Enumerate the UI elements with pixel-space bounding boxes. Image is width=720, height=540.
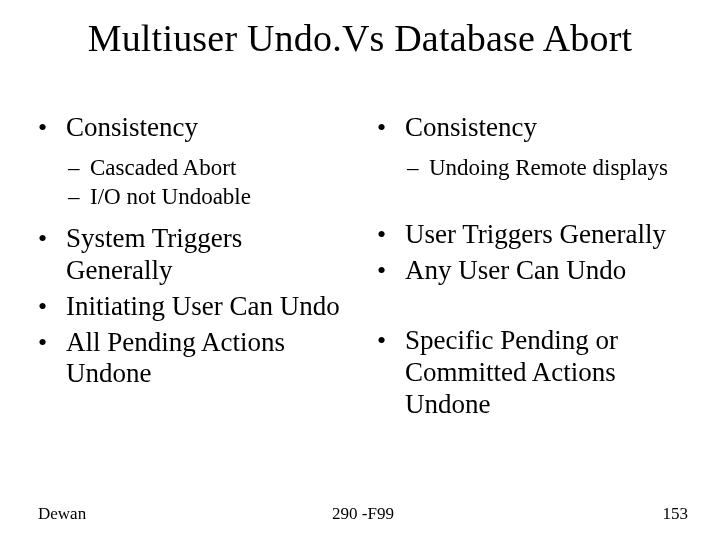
list-item: • All Pending Actions Undone [38,327,355,391]
bullet-text: All Pending Actions Undone [66,327,355,391]
list-item: • Consistency [377,112,694,144]
bullet-icon: • [377,112,405,144]
bullet-text: Consistency [405,112,694,144]
bullet-icon: • [377,325,405,357]
footer-page: 153 [663,504,689,524]
list-item: – I/O not Undoable [68,183,355,211]
bullet-text: Any User Can Undo [405,255,694,287]
bullet-icon: • [377,219,405,251]
bullet-icon: • [38,112,66,144]
list-item: • User Triggers Generally [377,219,694,251]
list-item: • Specific Pending or Committed Actions … [377,325,694,421]
bullet-text: I/O not Undoable [90,183,355,211]
bullet-text: User Triggers Generally [405,219,694,251]
bullet-icon: • [38,223,66,255]
footer: Dewan 290 -F99 153 [38,504,688,524]
bullet-icon: • [38,327,66,359]
list-item: • System Triggers Generally [38,223,355,287]
bullet-text: System Triggers Generally [66,223,355,287]
slide-title: Multiuser Undo.Vs Database Abort [0,16,720,60]
footer-author: Dewan [38,504,86,524]
bullet-text: Cascaded Abort [90,154,355,182]
left-column: • Consistency – Cascaded Abort – I/O not… [38,112,355,425]
slide: Multiuser Undo.Vs Database Abort • Consi… [0,0,720,540]
dash-icon: – [68,183,90,211]
dash-icon: – [407,154,429,182]
list-item: • Consistency [38,112,355,144]
columns: • Consistency – Cascaded Abort – I/O not… [38,112,694,425]
bullet-text: Consistency [66,112,355,144]
list-item: • Initiating User Can Undo [38,291,355,323]
bullet-icon: • [377,255,405,287]
dash-icon: – [68,154,90,182]
right-column: • Consistency – Undoing Remote displays … [377,112,694,425]
footer-course: 290 -F99 [38,504,688,524]
list-item: – Undoing Remote displays [407,154,694,182]
list-item: – Cascaded Abort [68,154,355,182]
bullet-text: Undoing Remote displays [429,154,694,182]
bullet-icon: • [38,291,66,323]
bullet-text: Initiating User Can Undo [66,291,355,323]
list-item: • Any User Can Undo [377,255,694,287]
bullet-text: Specific Pending or Committed Actions Un… [405,325,694,421]
